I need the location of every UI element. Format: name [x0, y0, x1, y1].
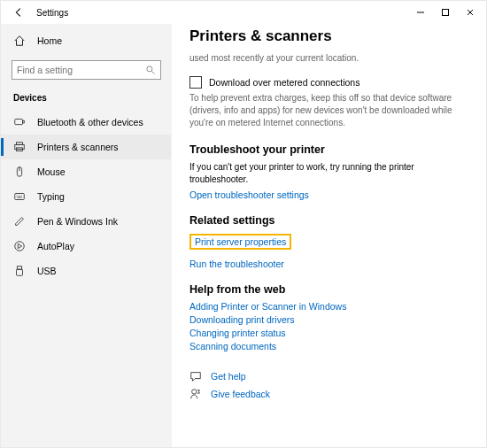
devices-section-label: Devices	[1, 90, 171, 110]
usb-icon	[13, 265, 26, 277]
help-from-web-heading: Help from the web	[189, 283, 468, 296]
search-box[interactable]	[12, 60, 161, 80]
metered-help-text: To help prevent extra charges, keep this…	[189, 92, 468, 129]
print-server-properties-highlight: Print server properties	[189, 234, 291, 250]
close-button[interactable]	[458, 3, 483, 22]
chat-icon	[189, 370, 202, 382]
sidebar-item-typing[interactable]: Typing	[1, 184, 171, 209]
get-help-label: Get help	[211, 371, 246, 382]
home-icon	[13, 35, 26, 47]
sidebar-item-printers[interactable]: Printers & scanners	[1, 135, 171, 159]
feedback-icon	[189, 388, 202, 400]
mouse-icon	[13, 166, 26, 178]
svg-line-3	[152, 72, 155, 74]
metered-checkbox-row[interactable]: Download over metered connections	[189, 76, 468, 89]
sidebar-item-label: AutoPlay	[37, 241, 74, 251]
sidebar-item-pen[interactable]: Pen & Windows Ink	[1, 209, 171, 234]
sidebar-item-label: Pen & Windows Ink	[37, 216, 118, 227]
run-troubleshooter-link[interactable]: Run the troubleshooter	[189, 259, 468, 269]
webhelp-link-scanning[interactable]: Scanning documents	[189, 341, 468, 351]
svg-point-2	[147, 66, 152, 72]
minimize-button[interactable]	[408, 3, 433, 22]
home-label: Home	[37, 35, 62, 46]
give-feedback-row[interactable]: Give feedback	[189, 388, 468, 400]
search-input[interactable]	[17, 65, 145, 75]
content-pane: Printers & scanners used most recently a…	[172, 24, 486, 447]
sidebar-nav: Bluetooth & other devices Printers & sca…	[1, 110, 171, 283]
back-button[interactable]	[11, 4, 27, 20]
sidebar-item-label: Mouse	[37, 166, 66, 177]
keyboard-icon	[13, 190, 26, 203]
printer-icon	[13, 141, 26, 153]
sidebar: Home Devices Bluetooth & other devices P…	[1, 24, 172, 447]
print-server-properties-link[interactable]: Print server properties	[195, 236, 286, 247]
svg-rect-18	[17, 269, 23, 275]
webhelp-link-adding-printer[interactable]: Adding Printer or Scanner in Windows	[189, 301, 468, 312]
autoplay-icon	[13, 240, 26, 252]
give-feedback-label: Give feedback	[211, 389, 270, 399]
get-help-row[interactable]: Get help	[189, 370, 468, 382]
sidebar-item-label: Bluetooth & other devices	[37, 117, 143, 127]
svg-rect-4	[15, 120, 23, 125]
troubleshoot-heading: Troubleshoot your printer	[189, 143, 468, 156]
sidebar-item-usb[interactable]: USB	[1, 259, 171, 283]
checkbox-icon[interactable]	[189, 76, 202, 89]
search-icon	[145, 65, 156, 75]
sidebar-item-label: Printers & scanners	[37, 142, 119, 152]
metered-checkbox-label: Download over metered connections	[209, 77, 359, 88]
sidebar-item-autoplay[interactable]: AutoPlay	[1, 234, 171, 259]
settings-window: Settings Home Devices	[0, 0, 487, 448]
pen-icon	[13, 215, 26, 228]
sidebar-item-label: Typing	[37, 191, 65, 202]
svg-rect-5	[23, 120, 25, 123]
page-title: Printers & scanners	[189, 27, 468, 45]
window-title: Settings	[36, 8, 68, 18]
webhelp-link-changing-status[interactable]: Changing printer status	[189, 328, 468, 338]
svg-rect-1	[443, 10, 449, 16]
svg-rect-11	[15, 194, 25, 200]
bluetooth-icon	[13, 116, 26, 128]
webhelp-link-download-drivers[interactable]: Downloading print drivers	[189, 314, 468, 325]
svg-rect-17	[17, 266, 21, 270]
related-settings-heading: Related settings	[189, 214, 468, 227]
sidebar-item-bluetooth[interactable]: Bluetooth & other devices	[1, 110, 171, 135]
svg-point-19	[192, 390, 197, 394]
maximize-button[interactable]	[433, 3, 458, 22]
home-button[interactable]: Home	[1, 29, 171, 52]
titlebar: Settings	[1, 1, 486, 24]
sidebar-item-mouse[interactable]: Mouse	[1, 159, 171, 184]
intro-remnant-text: used most recently at your current locat…	[189, 52, 468, 64]
troubleshoot-help-text: If you can't get your printer to work, t…	[189, 161, 468, 186]
open-troubleshooter-link[interactable]: Open troubleshooter settings	[189, 189, 468, 200]
sidebar-item-label: USB	[37, 266, 57, 276]
svg-point-16	[15, 242, 25, 251]
